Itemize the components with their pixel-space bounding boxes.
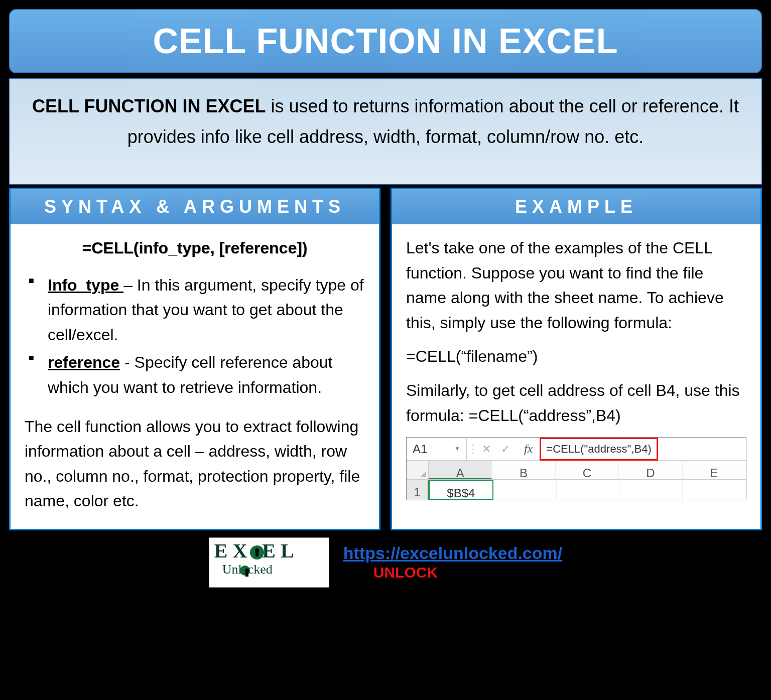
column-header: A (429, 461, 492, 479)
name-box-value: A1 (413, 440, 427, 458)
footer-unlock-text: UNLOCK (343, 564, 562, 581)
argument-list: Info_type – In this argument, specify ty… (25, 273, 365, 400)
footer-text-block: https://excelunlocked.com/ UNLOCK (343, 543, 562, 581)
page-title: CELL FUNCTION IN EXCEL (9, 9, 762, 73)
formula-bar-row: A1 ▼ ⋮ ✕ ✓ fx =CELL("address",B4) (407, 438, 746, 461)
logo-sub-text: Unlcked (222, 562, 273, 577)
cell (683, 480, 746, 500)
formula-bar-value: =CELL("address",B4) (540, 438, 658, 461)
logo: EXEL Unlcked (209, 537, 329, 588)
formula-bar-icons: ✕ ✓ (475, 441, 517, 458)
syntax-header: SYNTAX & ARGUMENTS (11, 189, 379, 225)
footer-link[interactable]: https://excelunlocked.com/ (343, 543, 562, 563)
intro-box: CELL FUNCTION IN EXCEL is used to return… (9, 78, 762, 185)
keyhole-icon (250, 545, 264, 559)
column-header: C (556, 461, 619, 479)
excel-screenshot: A1 ▼ ⋮ ✕ ✓ fx =CELL("address",B4) A B C (406, 437, 746, 500)
column-headers: A B C D E (407, 461, 746, 480)
example-header: EXAMPLE (392, 189, 760, 225)
argument-item: Info_type – In this argument, specify ty… (29, 273, 365, 348)
column-header: D (619, 461, 682, 479)
syntax-note: The cell function allows you to extract … (25, 414, 365, 514)
confirm-icon: ✓ (501, 441, 510, 458)
example-paragraph-1: Let's take one of the examples of the CE… (406, 236, 746, 335)
cell (557, 480, 620, 500)
example-body: Let's take one of the examples of the CE… (392, 225, 760, 515)
cancel-icon: ✕ (482, 441, 491, 458)
cell-a1: $B$4 (429, 480, 493, 500)
dropdown-icon: ▼ (454, 444, 460, 454)
syntax-panel: SYNTAX & ARGUMENTS =CELL(info_type, [ref… (9, 188, 380, 530)
fx-icon: fx (517, 440, 540, 458)
column-header: B (492, 461, 555, 479)
name-box: A1 ▼ (407, 437, 467, 461)
example-panel: EXAMPLE Let's take one of the examples o… (391, 188, 762, 530)
grid-row: 1 $B$4 (407, 480, 746, 500)
select-all-corner (407, 461, 429, 479)
example-paragraph-2: Similarly, to get cell address of cell B… (406, 378, 746, 428)
row-number: 1 (407, 480, 429, 500)
separator-icon: ⋮ (467, 440, 475, 458)
intro-lead: CELL FUNCTION IN EXCEL (32, 96, 266, 116)
syntax-formula: =CELL(info_type, [reference]) (25, 236, 365, 261)
argument-item: reference - Specify cell reference about… (29, 350, 365, 400)
argument-name: reference (48, 353, 120, 371)
example-formula-1: =CELL(“filename”) (406, 344, 746, 369)
argument-name: Info_type (48, 276, 123, 294)
cell (493, 480, 557, 500)
footer: EXEL Unlcked https://excelunlocked.com/ … (9, 537, 762, 588)
two-column-layout: SYNTAX & ARGUMENTS =CELL(info_type, [ref… (9, 188, 762, 530)
logo-main-text: EXEL (214, 541, 324, 561)
syntax-body: =CELL(info_type, [reference]) Info_type … (11, 225, 379, 529)
cell (619, 480, 683, 500)
keyhole-icon (240, 566, 250, 576)
column-header: E (683, 461, 746, 479)
